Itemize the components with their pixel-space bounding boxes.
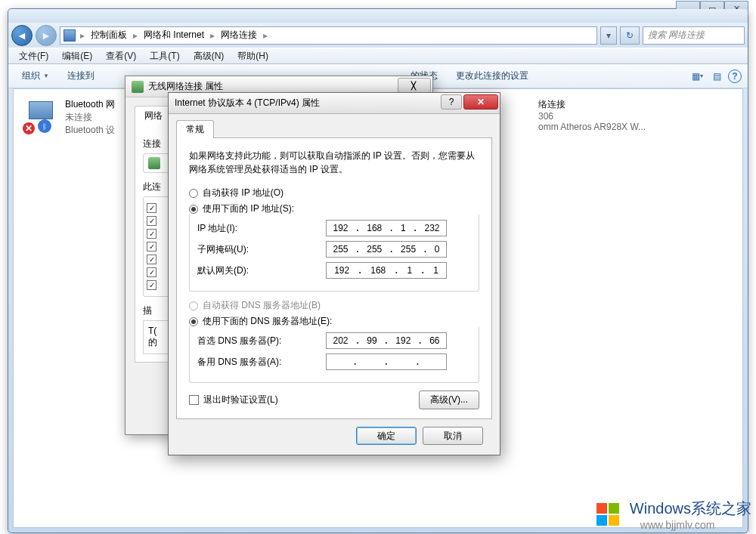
advanced-button[interactable]: 高级(V)...	[419, 390, 479, 409]
chevron-down-icon: ▼	[43, 73, 49, 79]
connection-wifi[interactable]: 络连接 306 omm Atheros AR928X W...	[535, 95, 705, 139]
windows-logo-icon	[593, 500, 624, 530]
forward-button[interactable]: ►	[36, 25, 57, 46]
search-input[interactable]: 搜索 网络连接	[643, 26, 745, 45]
dialog-help-button[interactable]: ?	[441, 94, 462, 110]
validate-checkbox[interactable]	[189, 395, 199, 405]
ip-fields-group: IP 地址(I): 192.168.1.232 子网掩码(U): 255.255…	[189, 214, 479, 292]
checkbox[interactable]: ✓	[147, 216, 156, 226]
address-bar[interactable]: ▸ 控制面板 ▸ 网络和 Internet ▸ 网络连接 ▸	[60, 26, 597, 45]
menu-advanced[interactable]: 高级(N)	[187, 48, 231, 64]
validate-label: 退出时验证设置(L)	[203, 394, 278, 406]
ip-address-input[interactable]: 192.168.1.232	[326, 220, 447, 236]
dns2-label: 备用 DNS 服务器(A):	[197, 356, 326, 369]
menu-edit[interactable]: 编辑(E)	[56, 48, 98, 64]
connection-title: 络连接	[538, 98, 702, 111]
menu-file[interactable]: 文件(F)	[13, 48, 54, 64]
checkbox[interactable]: ✓	[147, 229, 156, 239]
dialog-icon	[132, 81, 144, 93]
watermark-url: www.bjjmlv.com	[640, 519, 751, 531]
chevron-right-icon: ▸	[133, 30, 138, 41]
view-mode-button[interactable]: ▦▾	[689, 69, 705, 84]
breadcrumb-item[interactable]: 控制面板	[89, 29, 129, 42]
bluetooth-icon: ᛒ	[38, 119, 51, 133]
connection-status: 306	[538, 111, 702, 122]
dialog-close-button[interactable]: ╳	[398, 78, 431, 93]
menu-bar: 文件(F) 编辑(E) 查看(V) 工具(T) 高级(N) 帮助(H)	[8, 48, 748, 64]
breadcrumb-item[interactable]: 网络和 Internet	[142, 29, 206, 42]
titlebar[interactable]	[8, 9, 748, 23]
subnet-mask-label: 子网掩码(U):	[197, 243, 326, 256]
tab-network[interactable]: 网络	[135, 106, 172, 125]
back-button[interactable]: ◄	[11, 25, 33, 46]
refresh-button[interactable]: ↻	[620, 26, 640, 45]
checkbox[interactable]: ✓	[147, 267, 156, 277]
dialog-title-text: 无线网络连接 属性	[148, 80, 223, 93]
preview-pane-button[interactable]: ▤	[708, 69, 725, 84]
change-settings-button[interactable]: 更改此连接的设置	[448, 66, 536, 85]
chevron-right-icon: ▸	[263, 30, 268, 41]
watermark-brand: Windows	[630, 500, 691, 517]
radio-button[interactable]	[189, 317, 198, 326]
checkbox[interactable]: ✓	[147, 280, 156, 290]
radio-label: 使用下面的 IP 地址(S):	[203, 202, 294, 215]
subnet-mask-input[interactable]: 255.255.255.0	[326, 241, 447, 258]
adapter-icon	[148, 157, 160, 169]
chevron-right-icon: ▸	[80, 30, 85, 41]
menu-help[interactable]: 帮助(H)	[231, 48, 274, 64]
checkbox[interactable]: ✓	[147, 203, 156, 213]
radio-label: 自动获得 IP 地址(O)	[203, 187, 284, 199]
dialog-close-button[interactable]: ✕	[463, 94, 498, 110]
network-icon: ✕ ᛒ	[23, 98, 59, 134]
dns-fields-group: 首选 DNS 服务器(P): 202.99.192.66 备用 DNS 服务器(…	[189, 326, 479, 383]
address-dropdown[interactable]: ▾	[600, 26, 617, 45]
tab-general[interactable]: 常规	[176, 120, 214, 138]
error-badge-icon: ✕	[23, 122, 35, 134]
ok-button[interactable]: 确定	[356, 427, 417, 445]
ipv4-properties-dialog: Internet 协议版本 4 (TCP/IPv4) 属性 ? ✕ 常规 如果网…	[168, 92, 500, 455]
radio-button[interactable]	[189, 189, 198, 198]
gateway-input[interactable]: 192.168.1.1	[326, 262, 447, 279]
menu-view[interactable]: 查看(V)	[100, 48, 142, 64]
chevron-right-icon: ▸	[210, 30, 215, 41]
navigation-bar: ◄ ► ▸ 控制面板 ▸ 网络和 Internet ▸ 网络连接 ▸ ▾ ↻ 搜…	[8, 23, 748, 48]
organize-button[interactable]: 组织▼	[14, 66, 57, 85]
watermark: Windows系统之家 www.bjjmlv.com	[593, 499, 751, 531]
cancel-button[interactable]: 取消	[423, 427, 483, 445]
radio-auto-dns: 自动获得 DNS 服务器地址(B)	[189, 299, 479, 312]
dns1-input[interactable]: 202.99.192.66	[326, 332, 447, 349]
radio-label: 使用下面的 DNS 服务器地址(E):	[203, 315, 332, 328]
radio-label: 自动获得 DNS 服务器地址(B)	[203, 299, 321, 312]
gateway-label: 默认网关(D):	[197, 264, 326, 277]
checkbox[interactable]: ✓	[147, 242, 156, 252]
ip-address-label: IP 地址(I):	[197, 222, 326, 235]
radio-button[interactable]	[189, 205, 198, 214]
connect-to-button[interactable]: 连接到	[60, 66, 102, 85]
radio-button	[189, 301, 198, 310]
dns1-label: 首选 DNS 服务器(P):	[197, 335, 326, 347]
radio-auto-ip[interactable]: 自动获得 IP 地址(O)	[189, 187, 479, 199]
help-button[interactable]: ?	[728, 69, 742, 83]
location-icon	[64, 29, 76, 42]
menu-tools[interactable]: 工具(T)	[144, 48, 185, 64]
checkbox[interactable]: ✓	[147, 255, 156, 264]
connection-device: omm Atheros AR928X W...	[538, 122, 702, 132]
breadcrumb-item[interactable]: 网络连接	[219, 29, 259, 42]
hint-text: 如果网络支持此功能，则可以获取自动指派的 IP 设置。否则，您需要从网络系统管理…	[189, 149, 479, 176]
dialog-titlebar[interactable]: Internet 协议版本 4 (TCP/IPv4) 属性 ? ✕	[169, 93, 500, 114]
dialog-title-text: Internet 协议版本 4 (TCP/IPv4) 属性	[175, 97, 320, 110]
dns2-input[interactable]: ...	[326, 353, 447, 370]
